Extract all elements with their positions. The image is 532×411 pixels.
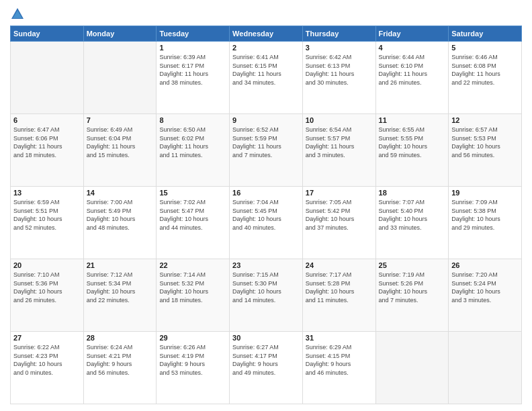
- calendar-cell: 15Sunrise: 7:02 AMSunset: 5:47 PMDayligh…: [157, 187, 230, 259]
- day-info: Sunrise: 7:17 AMSunset: 5:28 PMDaylight:…: [306, 271, 373, 304]
- day-number: 2: [232, 44, 300, 52]
- day-info: Sunrise: 7:02 AMSunset: 5:47 PMDaylight:…: [159, 198, 226, 232]
- calendar-cell: 13Sunrise: 6:59 AMSunset: 5:51 PMDayligh…: [11, 187, 84, 259]
- day-info: Sunrise: 6:57 AMSunset: 5:53 PMDaylight:…: [451, 126, 519, 159]
- day-number: 14: [87, 189, 154, 197]
- day-number: 8: [159, 116, 226, 124]
- day-info: Sunrise: 7:19 AMSunset: 5:26 PMDaylight:…: [379, 271, 446, 304]
- calendar-cell: 27Sunrise: 6:22 AMSunset: 4:23 PMDayligh…: [11, 332, 84, 404]
- logo: [10, 7, 28, 21]
- day-number: 16: [232, 189, 300, 197]
- calendar-cell: 25Sunrise: 7:19 AMSunset: 5:26 PMDayligh…: [375, 259, 449, 332]
- day-number: 31: [306, 334, 373, 342]
- calendar-cell: 16Sunrise: 7:04 AMSunset: 5:45 PMDayligh…: [230, 187, 303, 259]
- day-number: 5: [451, 44, 519, 52]
- day-number: 24: [306, 261, 373, 269]
- logo-icon: [10, 7, 25, 21]
- calendar-cell: 12Sunrise: 6:57 AMSunset: 5:53 PMDayligh…: [449, 114, 522, 187]
- week-row-5: 27Sunrise: 6:22 AMSunset: 4:23 PMDayligh…: [11, 332, 522, 404]
- calendar-cell: 31Sunrise: 6:29 AMSunset: 4:15 PMDayligh…: [302, 332, 375, 404]
- calendar-cell: 4Sunrise: 6:44 AMSunset: 6:10 PMDaylight…: [375, 42, 449, 114]
- day-info: Sunrise: 6:26 AMSunset: 4:19 PMDaylight:…: [159, 343, 226, 377]
- calendar-cell: 10Sunrise: 6:54 AMSunset: 5:57 PMDayligh…: [302, 114, 375, 187]
- day-info: Sunrise: 6:24 AMSunset: 4:21 PMDaylight:…: [87, 343, 154, 377]
- weekday-header-monday: Monday: [83, 26, 157, 42]
- day-info: Sunrise: 7:04 AMSunset: 5:45 PMDaylight:…: [232, 198, 300, 232]
- header: [10, 7, 522, 21]
- day-info: Sunrise: 6:42 AMSunset: 6:13 PMDaylight:…: [306, 53, 373, 87]
- calendar-cell: [83, 42, 157, 114]
- day-info: Sunrise: 6:49 AMSunset: 6:04 PMDaylight:…: [87, 126, 154, 159]
- day-number: 28: [87, 334, 154, 342]
- calendar-cell: 9Sunrise: 6:52 AMSunset: 5:59 PMDaylight…: [230, 114, 303, 187]
- day-number: 11: [379, 116, 446, 124]
- day-number: 3: [306, 44, 373, 52]
- calendar-cell: 17Sunrise: 7:05 AMSunset: 5:42 PMDayligh…: [302, 187, 375, 259]
- calendar-cell: 20Sunrise: 7:10 AMSunset: 5:36 PMDayligh…: [11, 259, 84, 332]
- day-info: Sunrise: 7:20 AMSunset: 5:24 PMDaylight:…: [451, 271, 519, 304]
- calendar-cell: [449, 332, 522, 404]
- day-number: 26: [451, 261, 519, 269]
- day-info: Sunrise: 6:41 AMSunset: 6:15 PMDaylight:…: [232, 53, 300, 87]
- day-info: Sunrise: 6:46 AMSunset: 6:08 PMDaylight:…: [451, 53, 519, 87]
- calendar-cell: 29Sunrise: 6:26 AMSunset: 4:19 PMDayligh…: [157, 332, 230, 404]
- day-number: 15: [159, 189, 226, 197]
- day-number: 9: [232, 116, 300, 124]
- day-number: 23: [232, 261, 300, 269]
- day-info: Sunrise: 6:44 AMSunset: 6:10 PMDaylight:…: [379, 53, 446, 87]
- day-info: Sunrise: 7:05 AMSunset: 5:42 PMDaylight:…: [306, 198, 373, 232]
- calendar-cell: 6Sunrise: 6:47 AMSunset: 6:06 PMDaylight…: [11, 114, 84, 187]
- day-number: 29: [159, 334, 226, 342]
- weekday-header-row: SundayMondayTuesdayWednesdayThursdayFrid…: [11, 26, 522, 42]
- day-info: Sunrise: 7:07 AMSunset: 5:40 PMDaylight:…: [379, 198, 446, 232]
- day-number: 6: [13, 116, 81, 124]
- day-info: Sunrise: 6:47 AMSunset: 6:06 PMDaylight:…: [13, 126, 81, 159]
- week-row-3: 13Sunrise: 6:59 AMSunset: 5:51 PMDayligh…: [11, 187, 522, 259]
- day-number: 7: [87, 116, 154, 124]
- calendar-cell: 7Sunrise: 6:49 AMSunset: 6:04 PMDaylight…: [83, 114, 157, 187]
- day-number: 19: [451, 189, 519, 197]
- day-number: 17: [306, 189, 373, 197]
- day-number: 18: [379, 189, 446, 197]
- day-info: Sunrise: 6:50 AMSunset: 6:02 PMDaylight:…: [159, 126, 226, 159]
- calendar-cell: [375, 332, 449, 404]
- day-number: 10: [306, 116, 373, 124]
- day-info: Sunrise: 6:52 AMSunset: 5:59 PMDaylight:…: [232, 126, 300, 159]
- weekday-header-wednesday: Wednesday: [230, 26, 303, 42]
- day-number: 22: [159, 261, 226, 269]
- calendar-cell: 23Sunrise: 7:15 AMSunset: 5:30 PMDayligh…: [230, 259, 303, 332]
- calendar-cell: 3Sunrise: 6:42 AMSunset: 6:13 PMDaylight…: [302, 42, 375, 114]
- weekday-header-sunday: Sunday: [11, 26, 84, 42]
- day-info: Sunrise: 6:59 AMSunset: 5:51 PMDaylight:…: [13, 198, 81, 232]
- weekday-header-thursday: Thursday: [302, 26, 375, 42]
- day-info: Sunrise: 7:09 AMSunset: 5:38 PMDaylight:…: [451, 198, 519, 232]
- day-info: Sunrise: 6:39 AMSunset: 6:17 PMDaylight:…: [159, 53, 226, 87]
- day-number: 13: [13, 189, 81, 197]
- calendar-cell: 26Sunrise: 7:20 AMSunset: 5:24 PMDayligh…: [449, 259, 522, 332]
- day-number: 21: [87, 261, 154, 269]
- calendar-cell: 28Sunrise: 6:24 AMSunset: 4:21 PMDayligh…: [83, 332, 157, 404]
- day-info: Sunrise: 7:12 AMSunset: 5:34 PMDaylight:…: [87, 271, 154, 304]
- calendar-cell: 24Sunrise: 7:17 AMSunset: 5:28 PMDayligh…: [302, 259, 375, 332]
- week-row-2: 6Sunrise: 6:47 AMSunset: 6:06 PMDaylight…: [11, 114, 522, 187]
- day-info: Sunrise: 7:15 AMSunset: 5:30 PMDaylight:…: [232, 271, 300, 304]
- calendar-cell: 19Sunrise: 7:09 AMSunset: 5:38 PMDayligh…: [449, 187, 522, 259]
- day-number: 12: [451, 116, 519, 124]
- day-number: 20: [13, 261, 81, 269]
- day-info: Sunrise: 6:27 AMSunset: 4:17 PMDaylight:…: [232, 343, 300, 377]
- calendar-cell: 14Sunrise: 7:00 AMSunset: 5:49 PMDayligh…: [83, 187, 157, 259]
- day-number: 25: [379, 261, 446, 269]
- day-number: 30: [232, 334, 300, 342]
- day-info: Sunrise: 6:22 AMSunset: 4:23 PMDaylight:…: [13, 343, 81, 377]
- week-row-4: 20Sunrise: 7:10 AMSunset: 5:36 PMDayligh…: [11, 259, 522, 332]
- page: SundayMondayTuesdayWednesdayThursdayFrid…: [0, 0, 532, 411]
- weekday-header-tuesday: Tuesday: [157, 26, 230, 42]
- calendar-cell: 11Sunrise: 6:55 AMSunset: 5:55 PMDayligh…: [375, 114, 449, 187]
- calendar-cell: 8Sunrise: 6:50 AMSunset: 6:02 PMDaylight…: [157, 114, 230, 187]
- calendar-cell: 18Sunrise: 7:07 AMSunset: 5:40 PMDayligh…: [375, 187, 449, 259]
- calendar-cell: 2Sunrise: 6:41 AMSunset: 6:15 PMDaylight…: [230, 42, 303, 114]
- calendar-cell: [11, 42, 84, 114]
- day-info: Sunrise: 6:54 AMSunset: 5:57 PMDaylight:…: [306, 126, 373, 159]
- week-row-1: 1Sunrise: 6:39 AMSunset: 6:17 PMDaylight…: [11, 42, 522, 114]
- calendar-cell: 22Sunrise: 7:14 AMSunset: 5:32 PMDayligh…: [157, 259, 230, 332]
